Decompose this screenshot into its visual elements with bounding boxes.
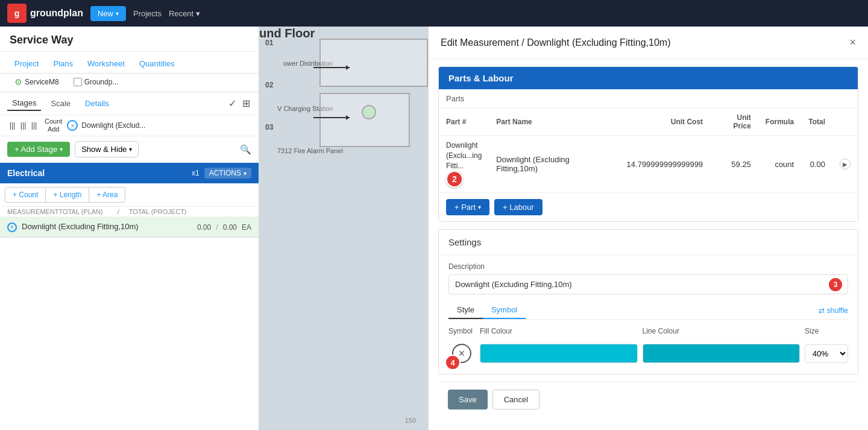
tab-groundplan[interactable]: Groundp... [66,74,126,91]
item-name: Downlight (Excluding Fitting,10m) [22,222,192,232]
show-hide-button[interactable]: Show & Hide [75,141,139,157]
close-button[interactable]: × [849,36,856,49]
step-3-badge: 3 [829,278,842,291]
save-button[interactable]: Save [448,390,488,409]
total-plan-label: TOTAL (PLAN) [59,208,103,215]
logo: g groundplan [7,4,83,23]
room-outline-1 [319,39,428,87]
parts-label: Parts [439,89,858,109]
measurement-item: × Downlight (Excluding Fitting,10m) 0.00… [0,217,259,238]
area-button[interactable]: + Area [89,187,125,203]
td-formula: count [758,136,801,193]
measurement-header: MEASUREMENT TOTAL (PLAN) / TOTAL (PROJEC… [0,207,259,217]
shuffle-button[interactable]: ⇄ shuffle [819,306,848,315]
scale-label: 150 [405,417,416,424]
new-button[interactable]: New [90,6,126,21]
style-symbol-tabs: Style Symbol ⇄ shuffle [448,302,848,320]
modal-footer: Save Cancel [438,382,858,417]
search-button[interactable]: 🔍 [240,144,251,155]
stage-title: Electrical [7,168,45,178]
th-unit-price: Unit Price [710,109,758,136]
td-total: 0.00 [801,136,832,193]
measurement-btns: + Count + Length + Area [0,183,259,207]
nav-projects[interactable]: Projects [133,9,162,18]
description-label: Description [448,262,848,271]
breadcrumb-item: Downlight (Exclud... [81,121,145,130]
save-icon[interactable]: ⊞ [241,96,251,110]
td-action-icon[interactable]: ▶ [832,136,858,193]
part-actions: + Part + Labour [439,193,858,221]
count-button[interactable]: + Count [5,187,46,203]
tab-details[interactable]: Details [80,96,114,110]
marker-2: 02 [265,81,273,89]
tab-scale[interactable]: Scale [46,96,75,110]
td-part-name: Downlight (Excluding Fitting,10m) [489,136,619,193]
item-project-value: 0.00 [223,223,237,232]
cancel-button[interactable]: Cancel [492,390,539,409]
line-color-swatch[interactable] [643,344,800,363]
symbol-label: Symbol [448,327,475,335]
part-button[interactable]: + Part [446,199,489,215]
table-row: Downlight(Exclu...ingFitti... 2 Downligh… [439,136,858,193]
count-add-area: ⫼⫼⫼ Count Add × Downlight (Exclud... [0,115,259,136]
arrow-1 [313,67,350,68]
item-values: 0.00 / 0.00 EA [197,223,251,232]
total-project-label-2: TOTAL (PROJECT) [129,208,187,215]
integration-tabs: ⚙ ServiceM8 Groundp... [0,74,259,92]
check-icon[interactable]: ✓ [227,96,237,110]
description-input[interactable] [448,274,848,294]
size-select[interactable]: 40% 20% 60% 80% 100% [805,344,848,363]
nav-recent[interactable]: Recent ▾ [169,9,200,18]
logo-text: groundplan [30,8,83,19]
step-4-badge: 4 [445,355,461,370]
tab-project[interactable]: Project [7,55,46,73]
symbol-grid: Symbol Fill Colour Line Colour Size 4 40… [448,327,848,367]
tab-stages[interactable]: Stages [7,96,41,111]
length-button[interactable]: + Length [46,187,89,203]
marker-3: 03 [265,123,273,131]
stage-meta: x1 ACTIONS [192,168,251,179]
fill-color-swatch[interactable] [480,344,638,363]
floor-label: und Floor [259,27,315,40]
parts-labour-header: Parts & Labour [439,67,858,89]
fire-label: 7312 Fire Alarm Panel [277,147,343,154]
count-add-button[interactable]: Count Add [45,118,62,133]
downlight-mark [362,105,376,119]
settings-header: Settings [439,230,858,255]
item-plan-value: 0.00 [197,223,211,232]
measurement-label: MEASUREMENT [7,208,59,215]
description-field-wrapper: 3 [448,274,848,294]
item-unit: EA [242,223,251,232]
th-unit-cost: Unit Cost [620,109,711,136]
labour-button[interactable]: + Labour [494,199,542,215]
item-x-icon[interactable]: × [7,223,17,232]
shuffle-icon: ⇄ [819,306,825,315]
add-stage-button[interactable]: + Add Stage [7,142,70,157]
th-part-num: Part # [439,109,489,136]
left-panel: Service Way Project Plans Worksheet Quan… [0,27,259,430]
logo-icon: g [7,4,27,23]
modal-header: Edit Measurement / Downlight (Excluding … [429,27,868,59]
th-formula: Formula [758,109,801,136]
tab-plans[interactable]: Plans [46,55,80,73]
settings-section: Settings Description 3 Style Symbol ⇄ sh… [438,229,858,375]
th-part-name: Part Name [489,109,619,136]
tab-servicem8[interactable]: ⚙ ServiceM8 [7,74,66,92]
tab-worksheet[interactable]: Worksheet [80,55,132,73]
arrow-2 [313,117,350,118]
room-outline-2 [319,93,410,147]
tab-style[interactable]: Style [448,302,483,319]
tab-symbol[interactable]: Symbol [483,302,526,319]
total-project-label: / [118,208,119,215]
stage-actions-button[interactable]: ACTIONS [204,168,251,179]
top-nav: g groundplan New Projects Recent ▾ [0,0,868,27]
parts-labour-card: Parts & Labour Parts Part # Part Name Un… [438,66,858,222]
right-panel: Edit Measurement / Downlight (Excluding … [428,27,868,430]
x-icon: × [67,120,78,131]
td-part-num: Downlight(Exclu...ingFitti... 2 [439,136,489,193]
tab-quantities[interactable]: Quantities [132,55,182,73]
th-total: Total [801,109,832,136]
stage-header: Electrical x1 ACTIONS [0,163,259,183]
tally-icon: ⫼⫼⫼ [7,119,40,132]
td-unit-cost: 14.799999999999999 [620,136,711,193]
